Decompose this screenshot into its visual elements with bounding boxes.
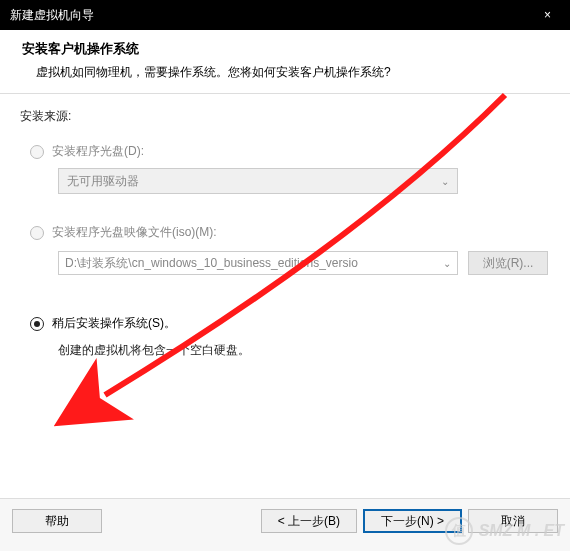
iso-path-input[interactable]: D:\封装系统\cn_windows_10_business_editions_… [58, 251, 458, 275]
option-install-later-label: 稍后安装操作系统(S)。 [52, 315, 176, 332]
option-install-iso[interactable]: 安装程序光盘映像文件(iso)(M): [30, 224, 550, 241]
option-install-disc-label: 安装程序光盘(D): [52, 143, 144, 160]
browse-button-label: 浏览(R)... [483, 255, 534, 272]
option-install-disc[interactable]: 安装程序光盘(D): [30, 143, 550, 160]
iso-path-row: D:\封装系统\cn_windows_10_business_editions_… [58, 251, 550, 275]
disc-drive-dropdown[interactable]: 无可用驱动器 ⌄ [58, 168, 458, 194]
next-button-label: 下一步(N) > [381, 513, 444, 530]
option-install-later[interactable]: 稍后安装操作系统(S)。 [30, 315, 550, 332]
disc-drive-sub: 无可用驱动器 ⌄ [58, 168, 550, 194]
iso-path-value: D:\封装系统\cn_windows_10_business_editions_… [65, 255, 358, 272]
browse-button[interactable]: 浏览(R)... [468, 251, 548, 275]
window-title: 新建虚拟机向导 [10, 7, 94, 24]
titlebar: 新建虚拟机向导 × [0, 0, 570, 30]
footer-nav: < 上一步(B) 下一步(N) > 取消 [261, 509, 558, 533]
back-button[interactable]: < 上一步(B) [261, 509, 357, 533]
chevron-down-icon: ⌄ [441, 176, 449, 187]
cancel-button[interactable]: 取消 [468, 509, 558, 533]
help-button-label: 帮助 [45, 513, 69, 530]
header-title: 安装客户机操作系统 [22, 40, 548, 58]
close-button[interactable]: × [525, 0, 570, 30]
help-button[interactable]: 帮助 [12, 509, 102, 533]
back-button-label: < 上一步(B) [278, 513, 340, 530]
cancel-button-label: 取消 [501, 513, 525, 530]
wizard-footer: 帮助 < 上一步(B) 下一步(N) > 取消 [0, 498, 570, 551]
wizard-header: 安装客户机操作系统 虚拟机如同物理机，需要操作系统。您将如何安装客户机操作系统? [0, 30, 570, 94]
option-install-iso-label: 安装程序光盘映像文件(iso)(M): [52, 224, 217, 241]
chevron-down-icon: ⌄ [443, 258, 451, 269]
radio-icon [30, 226, 44, 240]
radio-icon [30, 145, 44, 159]
install-source-group: 安装程序光盘(D): 无可用驱动器 ⌄ 安装程序光盘映像文件(iso)(M): … [30, 143, 550, 359]
radio-icon [30, 317, 44, 331]
install-later-note: 创建的虚拟机将包含一个空白硬盘。 [58, 342, 550, 359]
install-source-label: 安装来源: [20, 108, 550, 125]
header-description: 虚拟机如同物理机，需要操作系统。您将如何安装客户机操作系统? [36, 64, 548, 81]
wizard-content: 安装来源: 安装程序光盘(D): 无可用驱动器 ⌄ 安装程序光盘映像文件(iso… [0, 94, 570, 369]
next-button[interactable]: 下一步(N) > [363, 509, 462, 533]
disc-drive-value: 无可用驱动器 [67, 173, 139, 190]
close-icon: × [544, 8, 551, 22]
